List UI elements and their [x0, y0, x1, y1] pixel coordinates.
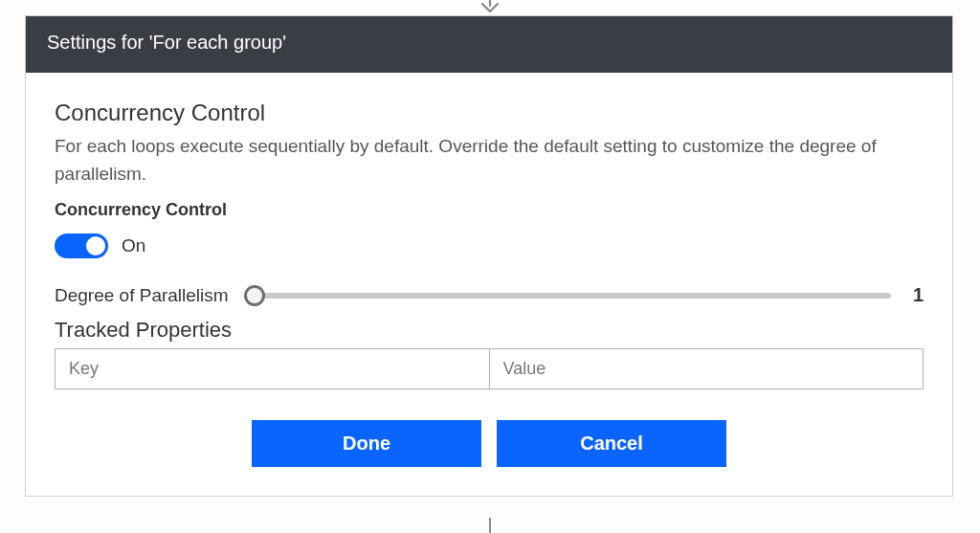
- done-button[interactable]: Done: [252, 420, 481, 467]
- toggle-knob-icon: [86, 236, 105, 255]
- slider-thumb-icon[interactable]: [244, 285, 265, 306]
- flow-connector-line-icon: [489, 518, 491, 533]
- parallelism-slider-label: Degree of Parallelism: [55, 285, 229, 306]
- concurrency-toggle[interactable]: [55, 233, 108, 258]
- concurrency-description: For each loops execute sequentially by d…: [55, 132, 924, 189]
- tracked-properties-title: Tracked Properties: [55, 318, 924, 343]
- settings-panel: Settings for 'For each group' Concurrenc…: [25, 15, 953, 497]
- panel-title: Settings for 'For each group': [47, 32, 286, 53]
- parallelism-slider-value: 1: [908, 284, 924, 306]
- slider-track-icon: [246, 293, 891, 299]
- concurrency-section-title: Concurrency Control: [55, 100, 924, 126]
- concurrency-toggle-state: On: [122, 235, 145, 256]
- panel-header: Settings for 'For each group': [26, 16, 952, 73]
- tracked-value-input[interactable]: [490, 349, 924, 389]
- tracked-key-input[interactable]: [56, 349, 490, 389]
- cancel-button[interactable]: Cancel: [497, 420, 726, 467]
- concurrency-toggle-label: Concurrency Control: [55, 200, 924, 220]
- parallelism-slider[interactable]: [246, 283, 891, 308]
- tracked-property-row: [55, 348, 924, 389]
